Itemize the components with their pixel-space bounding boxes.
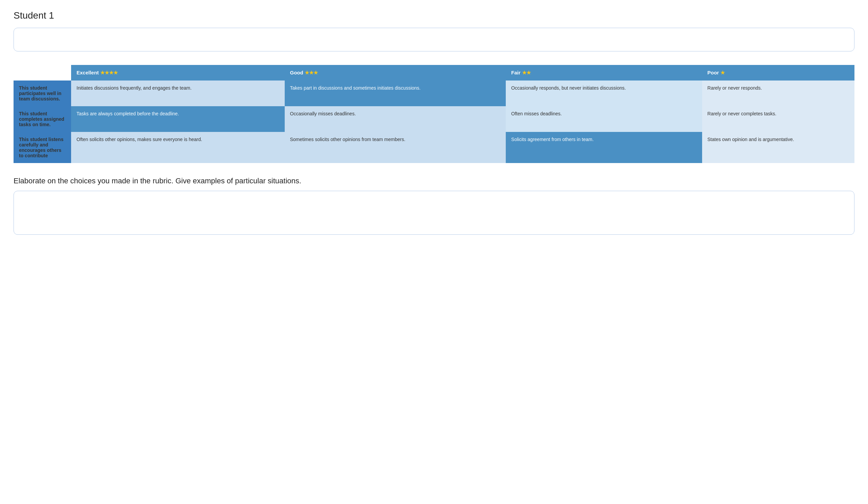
elaborate-input[interactable] xyxy=(13,191,855,235)
poor-stars: ★ xyxy=(720,70,725,75)
table-header-good: Good ★★★ xyxy=(285,65,506,81)
row2-poor[interactable]: Rarely or never completes tasks. xyxy=(702,106,855,132)
student-name-input[interactable] xyxy=(13,28,855,51)
table-header-fair: Fair ★★ xyxy=(506,65,702,81)
table-header-empty xyxy=(13,65,71,81)
table-row: This student completes assigned tasks on… xyxy=(13,106,855,132)
row1-good[interactable]: Takes part in discussions and sometimes … xyxy=(285,81,506,106)
row3-label: This student listens carefully and encou… xyxy=(13,132,71,163)
excellent-label: Excellent xyxy=(76,70,100,75)
table-header-poor: Poor ★ xyxy=(702,65,855,81)
row1-poor[interactable]: Rarely or never responds. xyxy=(702,81,855,106)
row2-fair[interactable]: Often misses deadlines. xyxy=(506,106,702,132)
row3-good[interactable]: Sometimes solicits other opinions from t… xyxy=(285,132,506,163)
excellent-stars: ★★★★ xyxy=(100,70,118,75)
row3-excellent[interactable]: Often solicits other opinions, makes sur… xyxy=(71,132,285,163)
rubric-table: Excellent ★★★★ Good ★★★ Fair ★★ Poor ★ T… xyxy=(13,65,855,163)
poor-label: Poor xyxy=(707,70,720,75)
row2-good[interactable]: Occasionally misses deadlines. xyxy=(285,106,506,132)
row3-poor[interactable]: States own opinion and is argumentative. xyxy=(702,132,855,163)
row1-fair[interactable]: Occasionally responds, but never initiat… xyxy=(506,81,702,106)
good-stars: ★★★ xyxy=(305,70,318,75)
fair-label: Fair xyxy=(511,70,522,75)
row2-excellent[interactable]: Tasks are always completed before the de… xyxy=(71,106,285,132)
row1-excellent[interactable]: Initiates discussions frequently, and en… xyxy=(71,81,285,106)
table-row: This student listens carefully and encou… xyxy=(13,132,855,163)
table-header-excellent: Excellent ★★★★ xyxy=(71,65,285,81)
page-title: Student 1 xyxy=(13,10,855,21)
elaborate-label: Elaborate on the choices you made in the… xyxy=(13,177,855,185)
row2-label: This student completes assigned tasks on… xyxy=(13,106,71,132)
row3-fair[interactable]: Solicits agreement from others in team. xyxy=(506,132,702,163)
fair-stars: ★★ xyxy=(522,70,531,75)
table-row: This student participates well in team d… xyxy=(13,81,855,106)
row1-label: This student participates well in team d… xyxy=(13,81,71,106)
good-label: Good xyxy=(290,70,305,75)
